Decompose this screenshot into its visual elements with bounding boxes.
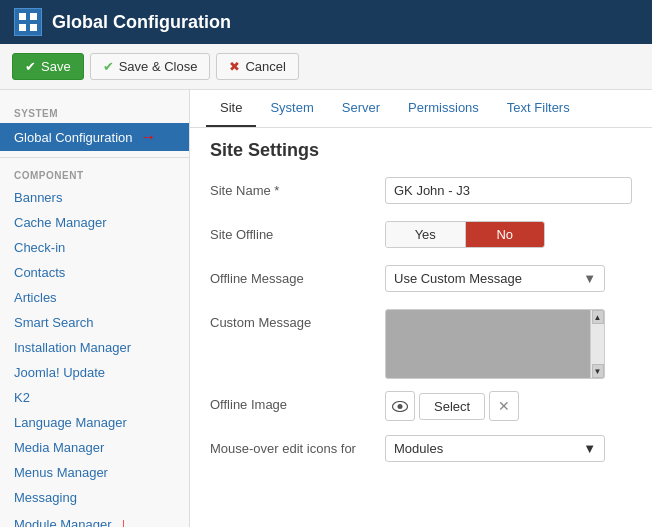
- tab-server[interactable]: Server: [328, 90, 394, 127]
- offline-message-control: Use Custom Message ▼: [385, 265, 632, 292]
- offline-toggle: Yes No: [385, 221, 545, 248]
- sidebar-item-global-configuration[interactable]: Global Configuration →: [0, 123, 189, 151]
- sidebar: SYSTEM Global Configuration → COMPONENT …: [0, 90, 190, 527]
- tab-system[interactable]: System: [256, 90, 327, 127]
- offline-message-row: Offline Message Use Custom Message ▼: [210, 265, 632, 297]
- chevron-down-icon: ▼: [583, 271, 596, 286]
- sidebar-item-banners[interactable]: Banners: [0, 185, 189, 210]
- offline-yes-button[interactable]: Yes: [386, 222, 466, 247]
- select-image-button[interactable]: Select: [419, 393, 485, 420]
- app-header: Global Configuration: [0, 0, 652, 44]
- arrow-down-indicator: ↓: [119, 515, 127, 527]
- sidebar-item-menus-manager[interactable]: Menus Manager: [0, 460, 189, 485]
- svg-rect-2: [19, 24, 26, 31]
- clear-image-button[interactable]: ✕: [489, 391, 519, 421]
- save-button[interactable]: ✔ Save: [12, 53, 84, 80]
- main-layout: SYSTEM Global Configuration → COMPONENT …: [0, 90, 652, 527]
- chevron-down-icon: ▼: [583, 441, 596, 456]
- save-close-button[interactable]: ✔ Save & Close: [90, 53, 211, 80]
- site-name-control: [385, 177, 632, 204]
- cancel-button[interactable]: ✖ Cancel: [216, 53, 298, 80]
- svg-rect-0: [19, 13, 26, 20]
- site-settings-form: Site Settings Site Name * Site Offline Y…: [190, 128, 652, 491]
- image-controls-group: Select ✕: [385, 391, 632, 421]
- tab-site[interactable]: Site: [206, 90, 256, 127]
- grid-icon: [18, 12, 38, 32]
- svg-rect-1: [30, 13, 37, 20]
- sidebar-item-language-manager[interactable]: Language Manager: [0, 410, 189, 435]
- offline-image-control: Select ✕: [385, 391, 632, 421]
- toolbar: ✔ Save ✔ Save & Close ✖ Cancel: [0, 44, 652, 90]
- mouse-over-row: Mouse-over edit icons for Modules ▼: [210, 435, 632, 467]
- offline-no-button[interactable]: No: [466, 222, 545, 247]
- form-title: Site Settings: [210, 140, 632, 161]
- site-offline-label: Site Offline: [210, 221, 385, 242]
- scroll-up-button[interactable]: ▲: [592, 310, 604, 324]
- sidebar-item-check-in[interactable]: Check-in: [0, 235, 189, 260]
- offline-message-label: Offline Message: [210, 265, 385, 286]
- system-section-label: SYSTEM: [0, 102, 189, 123]
- offline-image-label: Offline Image: [210, 391, 385, 412]
- scroll-down-button[interactable]: ▼: [592, 364, 604, 378]
- save-close-check-icon: ✔: [103, 59, 114, 74]
- offline-image-row: Offline Image Select ✕: [210, 391, 632, 423]
- x-icon: ✕: [498, 398, 510, 414]
- sidebar-item-joomla-update[interactable]: Joomla! Update: [0, 360, 189, 385]
- tab-text-filters[interactable]: Text Filters: [493, 90, 584, 127]
- sidebar-item-articles[interactable]: Articles: [0, 285, 189, 310]
- svg-point-5: [398, 404, 403, 409]
- site-name-row: Site Name *: [210, 177, 632, 209]
- sidebar-item-contacts[interactable]: Contacts: [0, 260, 189, 285]
- cancel-x-icon: ✖: [229, 59, 240, 74]
- site-offline-control: Yes No: [385, 221, 632, 248]
- content-area: Site System Server Permissions Text Filt…: [190, 90, 652, 527]
- sidebar-item-cache-manager[interactable]: Cache Manager: [0, 210, 189, 235]
- sidebar-item-installation-manager[interactable]: Installation Manager: [0, 335, 189, 360]
- sidebar-item-media-manager[interactable]: Media Manager: [0, 435, 189, 460]
- eye-icon: [392, 401, 408, 412]
- custom-message-label: Custom Message: [210, 309, 385, 330]
- preview-image-button[interactable]: [385, 391, 415, 421]
- tab-bar: Site System Server Permissions Text Filt…: [190, 90, 652, 128]
- sidebar-item-messaging[interactable]: Messaging: [0, 485, 189, 510]
- custom-message-row: Custom Message ▲ ▼: [210, 309, 632, 379]
- sidebar-item-module-manager[interactable]: Module Manager ↓: [0, 510, 189, 527]
- svg-rect-3: [30, 24, 37, 31]
- save-check-icon: ✔: [25, 59, 36, 74]
- mouse-over-control: Modules ▼: [385, 435, 632, 462]
- arrow-right-indicator: →: [140, 128, 156, 145]
- offline-message-dropdown[interactable]: Use Custom Message ▼: [385, 265, 605, 292]
- sidebar-item-k2[interactable]: K2: [0, 385, 189, 410]
- modules-dropdown[interactable]: Modules ▼: [385, 435, 605, 462]
- tab-permissions[interactable]: Permissions: [394, 90, 493, 127]
- site-name-input[interactable]: [385, 177, 632, 204]
- app-icon: [14, 8, 42, 36]
- scrollbar: ▲ ▼: [590, 310, 604, 378]
- mouse-over-label: Mouse-over edit icons for: [210, 435, 385, 456]
- sidebar-divider: [0, 157, 189, 158]
- custom-message-textarea[interactable]: ▲ ▼: [385, 309, 605, 379]
- custom-message-control: ▲ ▼: [385, 309, 632, 379]
- sidebar-item-smart-search[interactable]: Smart Search: [0, 310, 189, 335]
- site-name-label: Site Name *: [210, 177, 385, 198]
- component-section-label: COMPONENT: [0, 164, 189, 185]
- app-title: Global Configuration: [52, 12, 231, 33]
- site-offline-row: Site Offline Yes No: [210, 221, 632, 253]
